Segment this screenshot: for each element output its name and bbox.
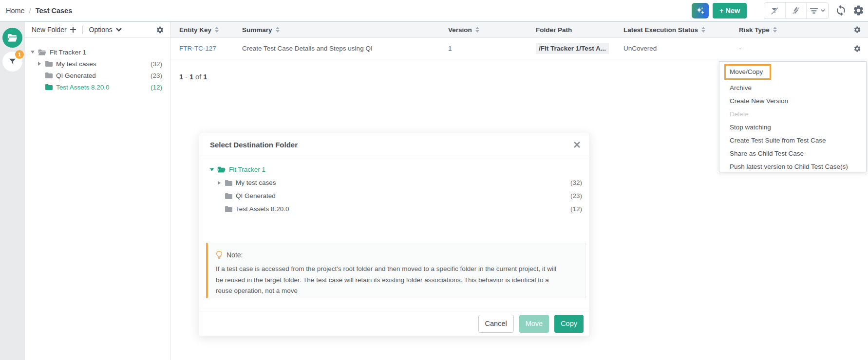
close-icon — [574, 142, 580, 148]
menu-item-move-copy[interactable]: Move/Copy — [719, 62, 866, 81]
caret-right-icon[interactable] — [218, 181, 221, 185]
breadcrumb-separator: / — [29, 7, 31, 15]
left-rail: 1 — [0, 22, 25, 360]
folder-label: Fit Tracker 1 — [229, 166, 265, 173]
clear-filter-button[interactable] — [764, 3, 786, 18]
open-folder-icon — [217, 166, 226, 173]
dialog-title: Select Destination Folder — [210, 141, 298, 149]
options-label: Options — [89, 26, 113, 34]
dialog-folder-my-test-cases[interactable]: My test cases (32) — [210, 176, 582, 189]
column-settings-button[interactable] — [847, 26, 861, 34]
column-header-version[interactable]: Version — [448, 26, 536, 34]
column-header-entity-key[interactable]: Entity Key — [179, 26, 242, 34]
menu-item-create-test-suite[interactable]: Create Test Suite from Test Case — [719, 134, 866, 147]
sort-icon[interactable] — [701, 27, 705, 33]
sort-icon[interactable] — [276, 27, 280, 33]
cancel-button[interactable]: Cancel — [478, 315, 514, 333]
folder-count: (32) — [151, 60, 162, 68]
filters-panel-button[interactable]: 1 — [2, 52, 22, 72]
sidebar-folder-tree: Fit Tracker 1 My test cases (32) QI Gene… — [25, 38, 170, 93]
gear-icon — [852, 4, 865, 17]
breadcrumb: Home / Test Cases — [6, 0, 72, 21]
folders-panel-button[interactable] — [2, 28, 22, 48]
sort-filter-dropdown[interactable] — [807, 3, 828, 18]
new-folder-label: New Folder — [32, 26, 67, 34]
filter-lines-caret-icon — [810, 7, 825, 14]
move-button[interactable]: Move — [519, 315, 549, 333]
ai-assistant-button[interactable] — [692, 3, 709, 18]
version-cell: 1 — [448, 45, 452, 52]
gear-icon — [853, 45, 861, 53]
dialog-folder-fit-tracker-1[interactable]: Fit Tracker 1 — [210, 163, 582, 176]
menu-item-share-as-child[interactable]: Share as Child Test Case — [719, 147, 866, 160]
new-button[interactable]: + New — [713, 3, 747, 18]
close-button[interactable] — [574, 142, 580, 148]
chevron-down-icon — [116, 28, 122, 32]
folder-label: Test Assets 8.20.0 — [56, 84, 110, 91]
pagination: 1 - 1 of 1 — [179, 73, 207, 81]
menu-item-archive[interactable]: Archive — [719, 81, 866, 94]
column-header-summary[interactable]: Summary — [242, 26, 448, 34]
caret-down-icon[interactable] — [31, 51, 35, 54]
dialog-folder-test-assets[interactable]: Test Assets 8.20.0 (12) — [210, 202, 582, 216]
new-folder-button[interactable]: New Folder — [32, 26, 76, 34]
breadcrumb-home[interactable]: Home — [6, 7, 25, 15]
test-cases-table: Entity Key Summary Version Folder Path L… — [170, 22, 868, 59]
refresh-button[interactable] — [835, 4, 847, 17]
test-cases-page: Home / Test Cases + New — [0, 0, 868, 360]
dialog-folder-qi-generated[interactable]: QI Generated (23) — [210, 189, 582, 202]
column-header-folder-path[interactable]: Folder Path — [536, 26, 623, 34]
new-button-label: + New — [719, 7, 740, 15]
column-header-risk-type[interactable]: Risk Type — [739, 26, 847, 34]
page-title: Test Cases — [36, 7, 73, 15]
entity-key-link[interactable]: FTR-TC-127 — [179, 45, 216, 52]
dialog-header: Select Destination Folder — [199, 133, 589, 156]
sort-icon[interactable] — [475, 27, 479, 33]
menu-item-push-latest-version[interactable]: Push latest version to Child Test Case(s… — [719, 160, 866, 173]
filter-count-badge: 1 — [15, 50, 24, 59]
settings-button[interactable] — [852, 4, 865, 17]
column-header-latest-execution-status[interactable]: Latest Execution Status — [623, 26, 739, 34]
sidebar-header: New Folder Options — [25, 22, 170, 38]
folder-icon — [225, 180, 232, 186]
row-actions-button[interactable] — [847, 45, 861, 53]
refresh-icon — [835, 4, 847, 17]
select-destination-folder-dialog: Select Destination Folder Fit Tracker 1 — [199, 133, 589, 336]
risk-type-cell: - — [739, 45, 741, 52]
clear-quick-filter-button[interactable] — [786, 3, 807, 18]
sparkles-icon — [695, 6, 705, 16]
table-row[interactable]: FTR-TC-127 Create Test Case Details and … — [170, 38, 868, 59]
folder-label: My test cases — [236, 179, 276, 186]
funnel-slash-icon — [770, 6, 779, 16]
note-header: Note: — [216, 251, 566, 259]
funnel-icon — [8, 57, 17, 66]
folder-sidebar: New Folder Options — [25, 22, 170, 360]
sort-icon[interactable] — [215, 27, 219, 33]
folder-icon — [225, 206, 232, 212]
folder-count: (23) — [151, 72, 162, 79]
folder-label: QI Generated — [236, 192, 276, 199]
top-bar: Home / Test Cases + New — [0, 0, 868, 22]
folder-path-cell: /Fit Tracker 1/Test A... — [536, 43, 609, 54]
options-button[interactable]: Options — [89, 26, 122, 34]
zap-slash-icon — [792, 6, 800, 15]
sidebar-folder-qi-generated[interactable]: QI Generated (23) — [25, 70, 170, 81]
divider — [82, 26, 83, 34]
folder-icon — [45, 61, 53, 67]
gear-icon — [156, 26, 164, 34]
menu-item-create-new-version[interactable]: Create New Version — [719, 94, 866, 108]
latest-execution-status-cell: UnCovered — [623, 45, 657, 52]
gear-icon — [853, 26, 861, 34]
sidebar-folder-test-assets[interactable]: Test Assets 8.20.0 (12) — [25, 81, 170, 93]
open-folder-icon — [38, 49, 46, 55]
copy-button[interactable]: Copy — [554, 315, 584, 333]
caret-right-icon[interactable] — [38, 62, 41, 66]
folder-icon — [45, 72, 53, 78]
sidebar-folder-fit-tracker-1[interactable]: Fit Tracker 1 — [25, 46, 170, 58]
caret-down-icon[interactable] — [210, 168, 214, 171]
sort-icon[interactable] — [773, 27, 777, 33]
menu-item-stop-watching[interactable]: Stop watching — [719, 121, 866, 134]
filter-toolbar — [764, 2, 829, 19]
sidebar-folder-my-test-cases[interactable]: My test cases (32) — [25, 58, 170, 70]
sidebar-settings-button[interactable] — [156, 26, 164, 34]
